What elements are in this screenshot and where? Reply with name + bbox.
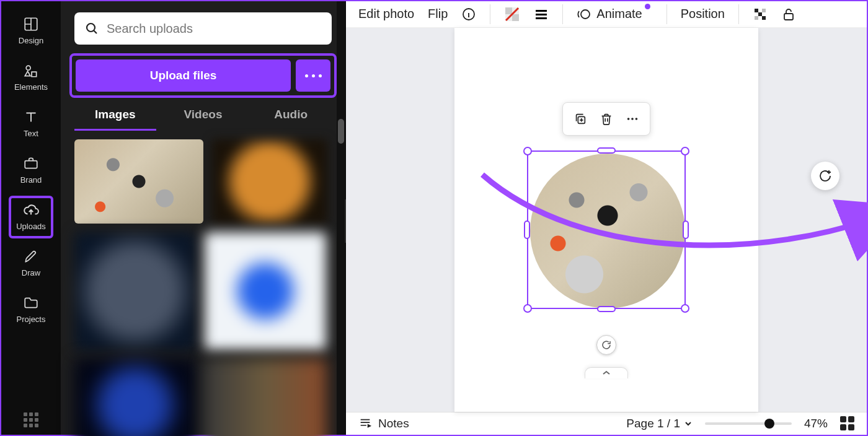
position-button[interactable]: Position [681, 7, 725, 21]
zoom-slider[interactable] [705, 422, 792, 425]
tab-images[interactable]: Images [74, 104, 156, 131]
search-uploads-input[interactable] [74, 12, 332, 45]
shapes-icon [23, 63, 39, 79]
svg-rect-17 [762, 16, 766, 20]
flip-button[interactable]: Flip [428, 7, 448, 21]
resize-handle[interactable] [524, 220, 530, 239]
lock-button[interactable] [781, 7, 796, 22]
resize-handle[interactable] [597, 147, 616, 154]
editor-area: Edit photo Flip Animate Position [346, 1, 867, 435]
pencil-icon [23, 248, 39, 264]
more-horizontal-icon [626, 112, 639, 126]
rail-item-draw[interactable]: Draw [9, 242, 53, 285]
svg-rect-6 [505, 7, 512, 14]
upload-thumbnail[interactable] [205, 232, 326, 350]
notes-label: Notes [378, 417, 409, 430]
rail-item-elements[interactable]: Elements [9, 56, 53, 99]
rail-more-apps[interactable] [1, 412, 61, 427]
svg-rect-9 [536, 10, 547, 12]
animate-button[interactable]: Animate [577, 7, 652, 22]
rail-label: Projects [17, 315, 46, 324]
flip-label: Flip [428, 7, 448, 21]
rail-item-uploads[interactable]: Uploads [9, 196, 53, 238]
delete-button[interactable] [595, 108, 618, 130]
separator [562, 4, 563, 24]
zoom-slider-knob[interactable] [764, 419, 774, 429]
rail-label: Uploads [16, 222, 46, 231]
svg-point-3 [87, 24, 95, 32]
panel-scrollbar[interactable] [337, 1, 345, 435]
briefcase-icon [23, 155, 39, 172]
upload-thumbnail[interactable] [212, 139, 327, 224]
zoom-value[interactable]: 47% [804, 417, 828, 430]
info-icon [461, 7, 476, 22]
search-icon [84, 21, 99, 36]
svg-rect-11 [536, 17, 547, 19]
position-label: Position [681, 7, 725, 21]
list-style-button[interactable] [534, 7, 549, 22]
separator [666, 4, 667, 24]
transparency-button[interactable] [504, 6, 520, 22]
separator [490, 4, 490, 24]
svg-point-21 [631, 118, 634, 120]
resize-handle[interactable] [523, 304, 532, 313]
canvas-stage[interactable] [346, 28, 867, 412]
resize-handle[interactable] [683, 220, 689, 239]
circle-image-element[interactable] [530, 154, 685, 308]
no-color-icon [504, 6, 520, 22]
notes-icon [358, 417, 372, 430]
upload-thumbnail[interactable] [74, 232, 196, 350]
add-comment-button[interactable] [811, 162, 839, 190]
upload-thumbnail[interactable] [74, 359, 196, 436]
comment-plus-icon [818, 168, 833, 183]
text-icon [23, 109, 39, 125]
more-options-button[interactable] [621, 108, 644, 130]
side-rail: Design Elements Text Brand Uploads Draw … [1, 1, 61, 435]
svg-rect-10 [536, 14, 547, 15]
upload-files-highlight: Upload files [69, 53, 337, 98]
resize-handle[interactable] [681, 147, 689, 155]
info-button[interactable] [461, 7, 476, 22]
upload-thumbnail[interactable] [74, 139, 203, 224]
resize-handle[interactable] [523, 147, 532, 155]
rail-item-projects[interactable]: Projects [9, 289, 53, 331]
tab-videos[interactable]: Videos [162, 104, 244, 131]
notes-button[interactable]: Notes [358, 417, 409, 430]
svg-rect-18 [784, 14, 793, 20]
edit-photo-button[interactable]: Edit photo [358, 7, 414, 21]
upload-thumbnails [61, 131, 345, 436]
grid-view-button[interactable] [840, 416, 854, 430]
uploads-panel: Upload files Images Videos Audio [61, 1, 346, 435]
duplicate-button[interactable] [569, 108, 591, 130]
lock-open-icon [781, 7, 796, 22]
page-expand-tab[interactable] [585, 367, 628, 378]
rotate-handle[interactable] [596, 335, 616, 355]
upload-type-tabs: Images Videos Audio [61, 104, 345, 131]
svg-rect-14 [762, 9, 766, 12]
rail-item-text[interactable]: Text [9, 103, 53, 146]
rail-label: Design [19, 36, 43, 45]
resize-handle[interactable] [597, 306, 616, 312]
rail-item-brand[interactable]: Brand [9, 149, 53, 192]
rail-item-design[interactable]: Design [9, 10, 53, 53]
svg-point-1 [26, 66, 30, 70]
cloud-upload-icon [23, 202, 39, 218]
rail-label: Elements [14, 82, 48, 92]
tab-audio[interactable]: Audio [250, 104, 332, 131]
list-icon [534, 7, 549, 22]
page-indicator-label: Page 1 / 1 [626, 417, 680, 430]
checker-icon [753, 7, 768, 22]
page-indicator[interactable]: Page 1 / 1 [626, 417, 693, 430]
svg-rect-16 [755, 16, 758, 20]
upload-files-button[interactable]: Upload files [76, 59, 291, 92]
upload-thumbnail[interactable] [205, 359, 326, 436]
upload-options-button[interactable] [296, 59, 330, 92]
svg-rect-2 [25, 161, 37, 168]
animate-label: Animate [596, 7, 642, 21]
chevron-up-icon [602, 370, 611, 376]
selection-box[interactable] [527, 150, 686, 309]
transparency-slider-button[interactable] [753, 7, 768, 22]
trash-icon [600, 112, 613, 126]
svg-point-12 [581, 10, 590, 19]
resize-handle[interactable] [681, 304, 689, 313]
